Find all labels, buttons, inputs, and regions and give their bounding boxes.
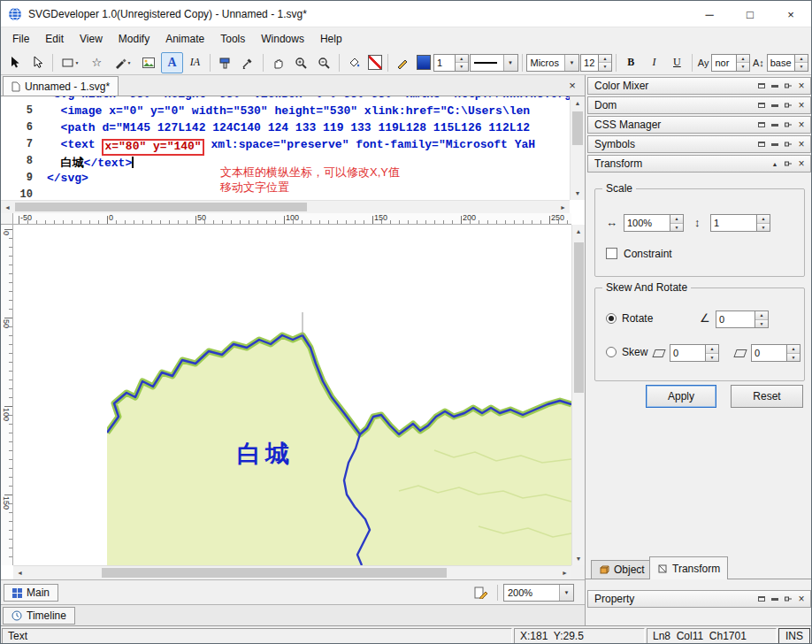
- code-editor[interactable]: 5678910 <svg width="530" height="530" vi…: [1, 96, 585, 213]
- kerning-spinner[interactable]: nor: [711, 54, 749, 72]
- pin-icon[interactable]: [782, 157, 794, 170]
- close-icon[interactable]: [795, 119, 808, 131]
- spin-up-icon[interactable]: [757, 215, 770, 224]
- maximize-button[interactable]: □: [730, 1, 770, 27]
- dropdown-icon[interactable]: [559, 585, 573, 601]
- hand-tool[interactable]: [267, 52, 289, 73]
- menu-item-view[interactable]: View: [72, 29, 111, 49]
- bold-button[interactable]: B: [620, 52, 642, 73]
- zoom-level-combo[interactable]: 200%: [503, 584, 574, 602]
- menu-item-help[interactable]: Help: [312, 29, 350, 49]
- scroll-down-icon[interactable]: [572, 552, 585, 565]
- reset-button[interactable]: Reset: [731, 385, 803, 408]
- spin-up-icon[interactable]: [795, 55, 808, 64]
- minimize-icon[interactable]: [769, 80, 781, 92]
- spin-down-icon[interactable]: [787, 354, 800, 362]
- select-tool[interactable]: [4, 52, 26, 73]
- panel-header-symbols[interactable]: Symbols: [587, 135, 811, 153]
- rotate-radio[interactable]: [606, 313, 617, 324]
- panel-header-color-mixer[interactable]: Color Mixer: [587, 77, 811, 95]
- scroll-up-icon[interactable]: [571, 96, 585, 110]
- close-icon[interactable]: [795, 80, 808, 92]
- spin-down-icon[interactable]: [706, 354, 718, 362]
- pin-icon[interactable]: [782, 119, 794, 131]
- spin-down-icon[interactable]: [670, 224, 683, 232]
- pin-icon[interactable]: [782, 99, 794, 111]
- spin-up-icon[interactable]: [787, 345, 800, 354]
- minimize-icon[interactable]: [769, 593, 781, 605]
- float-icon[interactable]: [755, 119, 768, 131]
- stroke-color-swatch[interactable]: [417, 55, 431, 70]
- code-line[interactable]: <image x="0" y="0" width="530" height="5…: [47, 104, 570, 121]
- menu-item-tools[interactable]: Tools: [212, 29, 253, 49]
- direct-select-tool[interactable]: [27, 52, 49, 73]
- italic-button[interactable]: I: [643, 52, 665, 73]
- scrollbar-thumb[interactable]: [102, 568, 447, 578]
- scroll-right-icon[interactable]: [556, 201, 570, 213]
- fill-tool[interactable]: [343, 52, 365, 73]
- menu-item-windows[interactable]: Windows: [253, 29, 312, 49]
- pin-icon[interactable]: [782, 593, 794, 605]
- format-paint-tool[interactable]: [214, 52, 236, 73]
- canvas-horizontal-scrollbar[interactable]: [13, 565, 571, 579]
- code-line[interactable]: <path d="M145 127L142 124C140 124 133 11…: [47, 121, 570, 138]
- pin-icon[interactable]: [782, 80, 794, 92]
- spin-up-icon[interactable]: [755, 311, 768, 320]
- spin-up-icon[interactable]: [737, 55, 749, 64]
- collapse-icon[interactable]: [769, 157, 781, 170]
- baseline-spinner[interactable]: base: [767, 54, 808, 72]
- code-line[interactable]: <svg width="530" height="530" viewBox="0…: [47, 96, 570, 104]
- float-icon[interactable]: [755, 80, 768, 92]
- apply-button[interactable]: Apply: [646, 385, 716, 408]
- dropdown-icon[interactable]: [503, 55, 517, 71]
- zoom-in-tool[interactable]: [290, 52, 312, 73]
- text-tool[interactable]: A: [161, 52, 183, 73]
- spin-up-icon[interactable]: [456, 55, 468, 64]
- spin-down-icon[interactable]: [757, 224, 770, 232]
- underline-button[interactable]: U: [666, 52, 688, 73]
- spin-down-icon[interactable]: [456, 63, 468, 71]
- spin-up-icon[interactable]: [599, 55, 611, 64]
- font-size-spinner[interactable]: 12: [580, 54, 612, 72]
- menu-item-modify[interactable]: Modify: [111, 29, 157, 49]
- pin-icon[interactable]: [782, 138, 794, 150]
- star-tool[interactable]: ☆: [86, 52, 108, 73]
- timeline-tab[interactable]: Timeline: [3, 607, 75, 625]
- tab-transform[interactable]: Transform: [649, 556, 728, 579]
- panel-header-transform[interactable]: Transform: [587, 155, 811, 172]
- close-icon[interactable]: [795, 138, 808, 150]
- dropdown-icon[interactable]: [564, 55, 578, 71]
- document-tab[interactable]: Unnamed - 1.svg*: [3, 76, 119, 96]
- scroll-right-icon[interactable]: [558, 566, 571, 579]
- scrollbar-thumb[interactable]: [572, 111, 583, 145]
- scrollbar-thumb[interactable]: [15, 203, 307, 211]
- skew-y-spinner[interactable]: 0: [751, 344, 801, 362]
- minimize-icon[interactable]: [769, 138, 781, 150]
- line-tool[interactable]: [392, 52, 414, 73]
- scale-y-spinner[interactable]: 1: [710, 214, 770, 232]
- editor-vertical-scrollbar[interactable]: [570, 96, 585, 200]
- scroll-left-icon[interactable]: [13, 566, 27, 579]
- tab-close-button[interactable]: ×: [565, 78, 579, 92]
- scroll-up-icon[interactable]: [572, 225, 585, 238]
- skew-x-spinner[interactable]: 0: [670, 344, 719, 362]
- italic-text-tool[interactable]: IA: [184, 52, 206, 73]
- map-label[interactable]: 白城: [237, 441, 294, 467]
- spin-down-icon[interactable]: [755, 320, 768, 328]
- scroll-down-icon[interactable]: [571, 187, 585, 200]
- main-scene-tab[interactable]: Main: [4, 584, 58, 602]
- code-line[interactable]: <text x="80" y="140" xml:space="preserve…: [47, 138, 570, 155]
- close-button[interactable]: ×: [770, 1, 811, 27]
- rectangle-tool[interactable]: ▼: [57, 52, 85, 73]
- skew-radio[interactable]: [606, 347, 617, 357]
- spin-down-icon[interactable]: [795, 63, 808, 71]
- float-icon[interactable]: [755, 99, 768, 111]
- edit-source-button[interactable]: [470, 585, 493, 601]
- tab-object[interactable]: Object: [591, 560, 653, 579]
- spin-down-icon[interactable]: [599, 63, 611, 71]
- panel-header-dom[interactable]: Dom: [587, 96, 811, 114]
- menu-item-file[interactable]: File: [4, 29, 37, 49]
- float-icon[interactable]: [755, 593, 768, 605]
- panel-header-property[interactable]: Property: [587, 590, 811, 608]
- eyedropper-tool[interactable]: [237, 52, 259, 73]
